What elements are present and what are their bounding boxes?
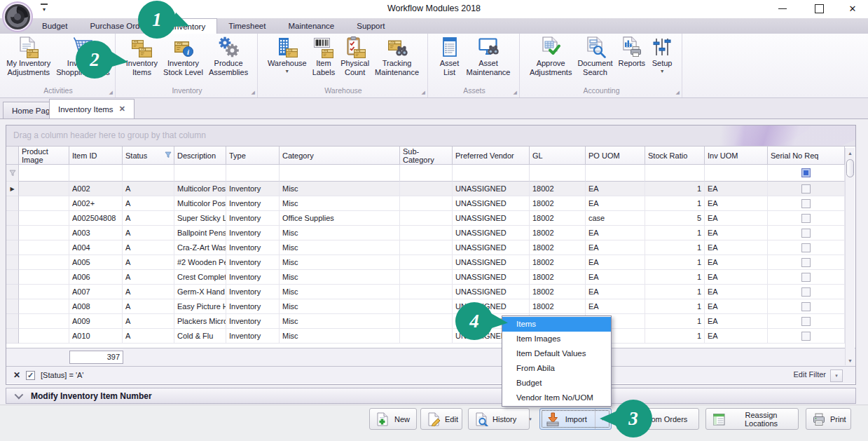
- dropdown-arrow-icon[interactable]: ▼: [660, 69, 665, 74]
- cell-po_uom[interactable]: EA: [586, 255, 645, 270]
- filter-dropdown-icon[interactable]: ▾: [830, 369, 843, 382]
- cell-item_id[interactable]: A002+: [69, 196, 123, 211]
- cell-status[interactable]: A: [123, 182, 174, 196]
- dialog-launcher-icon[interactable]: ◢: [109, 90, 113, 95]
- menu-item-items[interactable]: Items: [502, 317, 611, 332]
- cell-sub_category[interactable]: [400, 314, 453, 329]
- cell-type[interactable]: Inventory: [226, 285, 280, 299]
- cell-item_id[interactable]: A002: [69, 182, 123, 196]
- cell-item_id[interactable]: A003: [69, 226, 123, 240]
- inventory-items-button[interactable]: Inventory Items: [124, 34, 160, 78]
- cell-stock_ratio[interactable]: 1: [645, 314, 705, 329]
- reports-button[interactable]: Reports: [616, 34, 648, 69]
- cell-status[interactable]: A: [123, 314, 174, 329]
- approve-adjustments-button[interactable]: Approve Adjustments: [528, 34, 574, 78]
- cell-inv_uom[interactable]: EA: [705, 182, 768, 196]
- serial-no-req-filter-checkbox[interactable]: [801, 168, 811, 177]
- cell-serial-no-req[interactable]: [768, 299, 845, 314]
- grid-row-A003[interactable]: A003ABallpoint Pens ...InventoryMiscUNAS…: [6, 226, 855, 240]
- cell-type[interactable]: Inventory: [226, 182, 280, 196]
- cell-type[interactable]: Inventory: [226, 211, 280, 226]
- print-button[interactable]: Print: [806, 408, 851, 430]
- cell-item_id[interactable]: A008: [69, 299, 123, 314]
- new-button[interactable]: New: [369, 408, 417, 430]
- grid-row-A002+[interactable]: A002+AMulticolor Post...InventoryMiscUNA…: [6, 196, 855, 211]
- cell-inv_uom[interactable]: EA: [705, 240, 768, 255]
- minimize-button[interactable]: [771, 1, 794, 15]
- cell-category[interactable]: Misc: [280, 182, 400, 196]
- column-header-description[interactable]: Description: [174, 147, 226, 165]
- cell-type[interactable]: Inventory: [226, 329, 280, 344]
- cell-inv_uom[interactable]: EA: [705, 285, 768, 299]
- cell-sub_category[interactable]: [400, 255, 453, 270]
- cell-sub_category[interactable]: [400, 329, 453, 344]
- cell-description[interactable]: Germ-X Hand S...: [174, 285, 226, 299]
- cell-product_image[interactable]: [19, 285, 69, 299]
- cell-product_image[interactable]: [19, 270, 69, 285]
- serial-no-req-checkbox[interactable]: [801, 229, 811, 238]
- cell-po_uom[interactable]: EA: [586, 285, 645, 299]
- asset-maintenance-button[interactable]: Asset Maintenance: [464, 34, 513, 78]
- physical-count-button[interactable]: Physical Count: [338, 34, 371, 78]
- cell-po_uom[interactable]: EA: [586, 196, 645, 211]
- cell-serial-no-req[interactable]: [768, 270, 845, 285]
- grid-row-A008[interactable]: A008AEasy Picture H...InventoryMiscUNASS…: [6, 299, 855, 314]
- cell-category[interactable]: Misc: [280, 240, 400, 255]
- filter-cell[interactable]: [69, 165, 123, 182]
- filter-cell[interactable]: [453, 165, 530, 182]
- filter-cell[interactable]: [400, 165, 453, 182]
- column-header-preferred-vendor[interactable]: Preferred Vendor: [453, 147, 530, 165]
- cell-serial-no-req[interactable]: [768, 211, 845, 226]
- cell-category[interactable]: Misc: [280, 314, 400, 329]
- edit-filter-button[interactable]: Edit Filter: [794, 370, 826, 379]
- cell-preferred_vendor[interactable]: UNASSIGNED: [453, 255, 530, 270]
- cell-type[interactable]: Inventory: [226, 255, 280, 270]
- inventory-stock-level-button[interactable]: iInventory Stock Level: [161, 34, 205, 78]
- scrollbar-thumb[interactable]: [846, 159, 854, 177]
- cell-stock_ratio[interactable]: 1: [645, 182, 705, 196]
- cell-gl[interactable]: 18002: [530, 182, 586, 196]
- cell-status[interactable]: A: [123, 255, 174, 270]
- quick-access-toolbar-dropdown-icon[interactable]: ▾: [39, 4, 49, 12]
- cell-type[interactable]: Inventory: [226, 196, 280, 211]
- cell-sub_category[interactable]: [400, 285, 453, 299]
- cell-sub_category[interactable]: [400, 240, 453, 255]
- cell-product_image[interactable]: [19, 299, 69, 314]
- serial-no-req-checkbox[interactable]: [801, 273, 811, 282]
- cell-sub_category[interactable]: [400, 182, 453, 196]
- column-header-serial-no-req[interactable]: Serial No Req: [768, 147, 845, 165]
- serial-no-req-checkbox[interactable]: [801, 302, 811, 311]
- cell-type[interactable]: Inventory: [226, 240, 280, 255]
- cell-inv_uom[interactable]: EA: [705, 299, 768, 314]
- cell-sub_category[interactable]: [400, 270, 453, 285]
- filter-cell[interactable]: [174, 165, 226, 182]
- menu-item-from-abila[interactable]: From Abila: [502, 361, 611, 376]
- cell-status[interactable]: A: [123, 196, 174, 211]
- filter-cell[interactable]: [705, 165, 768, 182]
- cell-gl[interactable]: 18002: [530, 196, 586, 211]
- cell-description[interactable]: Cra-Z-Art Was...: [174, 240, 226, 255]
- cell-category[interactable]: Misc: [280, 299, 400, 314]
- dialog-launcher-icon[interactable]: ◢: [252, 90, 255, 95]
- grid-group-panel[interactable]: Drag a column header here to group by th…: [6, 125, 855, 147]
- cell-serial-no-req[interactable]: [768, 255, 845, 270]
- cell-category[interactable]: Misc: [280, 255, 400, 270]
- edit-button[interactable]: Edit: [420, 408, 462, 430]
- produce-assemblies-button[interactable]: Produce Assemblies: [207, 34, 250, 78]
- close-button[interactable]: ✕: [841, 1, 864, 15]
- filter-cell[interactable]: [645, 165, 705, 182]
- filter-cell[interactable]: [530, 165, 586, 182]
- modify-inventory-item-number-panel[interactable]: Modify Inventory Item Number: [6, 388, 856, 404]
- grid-row-A006[interactable]: A006ACrest Complet...InventoryMiscUNASSI…: [6, 270, 855, 285]
- dialog-launcher-icon[interactable]: ◢: [676, 90, 680, 95]
- serial-no-req-checkbox[interactable]: [801, 199, 811, 208]
- cell-category[interactable]: Misc: [280, 226, 400, 240]
- cell-item_id[interactable]: A009: [69, 314, 123, 329]
- close-tab-icon[interactable]: ✕: [119, 104, 125, 114]
- cell-product_image[interactable]: [19, 240, 69, 255]
- cell-gl[interactable]: 18002: [530, 226, 586, 240]
- cell-status[interactable]: A: [123, 211, 174, 226]
- grid-row-A007[interactable]: A007AGerm-X Hand S...InventoryMiscUNASSI…: [6, 285, 855, 299]
- cell-sub_category[interactable]: [400, 299, 453, 314]
- cell-product_image[interactable]: [19, 196, 69, 211]
